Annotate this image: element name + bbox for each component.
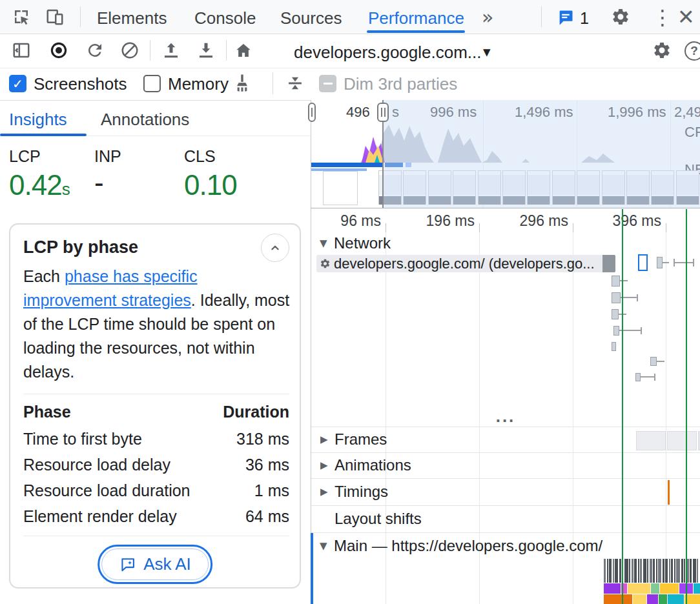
- track-layout-shifts-label[interactable]: Layout shifts: [335, 510, 422, 528]
- flame-segment[interactable]: [628, 583, 650, 594]
- network-request-bar[interactable]: [612, 276, 620, 287]
- collapse-card-button[interactable]: [261, 234, 289, 262]
- toggle-sidebar-icon[interactable]: [12, 41, 31, 63]
- screenshots-checkbox[interactable]: ✓: [9, 75, 26, 92]
- reload-record-icon[interactable]: [85, 41, 105, 63]
- track-network-label[interactable]: Network: [334, 234, 391, 252]
- request-whisker: [637, 294, 638, 301]
- frame-thumbnail[interactable]: [667, 431, 697, 450]
- help-icon[interactable]: ?: [685, 41, 700, 61]
- network-request-bar[interactable]: [638, 254, 648, 271]
- flame-segment[interactable]: [659, 594, 667, 604]
- screenshot-thumbnail[interactable]: [403, 170, 426, 205]
- inspect-icon[interactable]: [12, 7, 31, 29]
- settings-gear-icon[interactable]: [611, 7, 630, 29]
- divider: [23, 394, 289, 394]
- screenshot-thumbnail[interactable]: [626, 170, 650, 205]
- flame-segment[interactable]: [651, 583, 659, 594]
- flame-stripe: [647, 559, 648, 583]
- cls-number: 0.10: [184, 169, 237, 201]
- flame-segment[interactable]: [647, 594, 658, 604]
- screenshot-thumbnail[interactable]: [527, 170, 550, 205]
- chevron-down-icon[interactable]: ▼: [483, 46, 491, 58]
- animations-expand-icon[interactable]: ▶: [320, 459, 328, 471]
- frames-expand-icon[interactable]: ▶: [320, 434, 328, 445]
- flame-segment[interactable]: [604, 583, 621, 594]
- screenshot-thumbnail[interactable]: [577, 170, 600, 205]
- screenshot-thumbnail[interactable]: [651, 170, 674, 205]
- timing-marker[interactable]: [668, 480, 670, 505]
- network-collapse-icon[interactable]: ▼: [320, 237, 327, 249]
- track-timings-label[interactable]: Timings: [335, 483, 388, 501]
- tab-elements[interactable]: Elements: [97, 8, 167, 28]
- flame-stripe: [653, 559, 655, 583]
- flame-stripe: [690, 559, 692, 583]
- timings-expand-icon[interactable]: ▶: [320, 486, 328, 498]
- garbage-collect-icon[interactable]: [231, 72, 253, 97]
- screenshot-thumbnail[interactable]: [478, 170, 501, 205]
- panel-settings-gear-icon[interactable]: [652, 41, 672, 63]
- screenshot-thumbnail[interactable]: [502, 170, 526, 205]
- selection-handle-right[interactable]: [377, 103, 389, 122]
- network-request-bar[interactable]: [650, 357, 657, 366]
- track-main-label[interactable]: Main — https://developers.google.com/: [334, 537, 602, 555]
- tab-insights[interactable]: Insights: [9, 110, 67, 130]
- network-request-bar[interactable]: [612, 292, 621, 303]
- screenshot-thumbnail[interactable]: [676, 170, 699, 205]
- cpu-lane-label: CP: [685, 124, 700, 141]
- tab-annotations[interactable]: Annotations: [101, 110, 189, 130]
- flame-segment[interactable]: [668, 594, 684, 604]
- screenshot-thumbnail[interactable]: [552, 170, 575, 205]
- frame-thumbnail[interactable]: [636, 431, 666, 450]
- screenshots-label[interactable]: Screenshots: [34, 74, 127, 94]
- main-collapse-icon[interactable]: ▼: [320, 540, 327, 552]
- flame-segment[interactable]: [694, 583, 700, 594]
- tab-console[interactable]: Console: [194, 8, 256, 28]
- clear-icon[interactable]: [120, 41, 139, 63]
- flame-stripe: [624, 559, 628, 583]
- ai-chat-icon: [119, 556, 137, 574]
- tab-sources[interactable]: Sources: [280, 8, 342, 28]
- overview-tick-unit: s: [392, 104, 399, 121]
- record-button[interactable]: [49, 41, 68, 63]
- device-toolbar-icon[interactable]: [45, 7, 65, 29]
- screenshot-thumbnail[interactable]: [453, 170, 476, 205]
- track-frames-label[interactable]: Frames: [335, 430, 387, 448]
- home-icon[interactable]: [234, 41, 253, 63]
- messages-icon[interactable]: [557, 8, 575, 29]
- net-overview-bar: [385, 163, 403, 167]
- kebab-menu-icon[interactable]: ⋮: [652, 5, 673, 30]
- screenshot-thumbnail[interactable]: [323, 171, 358, 205]
- ask-ai-button[interactable]: Ask AI: [98, 545, 212, 584]
- network-request-bar[interactable]: [612, 342, 616, 351]
- filmstrip[interactable]: [378, 170, 700, 206]
- screenshot-thumbnail[interactable]: [428, 170, 451, 205]
- flame-segment[interactable]: [604, 594, 632, 604]
- more-tabs-icon[interactable]: »: [482, 6, 493, 28]
- target-selector-dropdown[interactable]: developers.google.com...: [294, 43, 482, 63]
- memory-checkbox[interactable]: [143, 75, 161, 92]
- selection-handle-left[interactable]: [308, 103, 316, 122]
- flame-segment[interactable]: [660, 583, 679, 594]
- tab-performance[interactable]: Performance: [368, 8, 464, 28]
- network-expand-dots[interactable]: ...: [311, 407, 700, 427]
- flame-segment[interactable]: [633, 594, 646, 604]
- network-request-bar[interactable]: [613, 326, 619, 336]
- network-request-bar[interactable]: [635, 373, 641, 381]
- screenshot-thumbnail[interactable]: [602, 170, 625, 205]
- network-request-bar[interactable]: [657, 257, 663, 268]
- save-profile-icon[interactable]: [196, 41, 216, 63]
- collapse-sections-icon[interactable]: [284, 72, 306, 97]
- inp-value: -: [94, 166, 103, 199]
- network-request-bar[interactable]: developers.google.com/ (developers.go...: [316, 255, 615, 272]
- dim-3rd-parties-label: Dim 3rd parties: [344, 74, 457, 94]
- lcp-unit: s: [62, 179, 70, 199]
- network-request-bar[interactable]: [612, 309, 619, 319]
- close-icon[interactable]: ×: [678, 1, 694, 32]
- load-profile-icon[interactable]: [161, 41, 181, 63]
- flame-stripe: [604, 559, 606, 583]
- divider: [311, 505, 700, 506]
- memory-label[interactable]: Memory: [168, 74, 229, 94]
- col-duration: Duration: [160, 403, 289, 421]
- track-animations-label[interactable]: Animations: [335, 456, 411, 474]
